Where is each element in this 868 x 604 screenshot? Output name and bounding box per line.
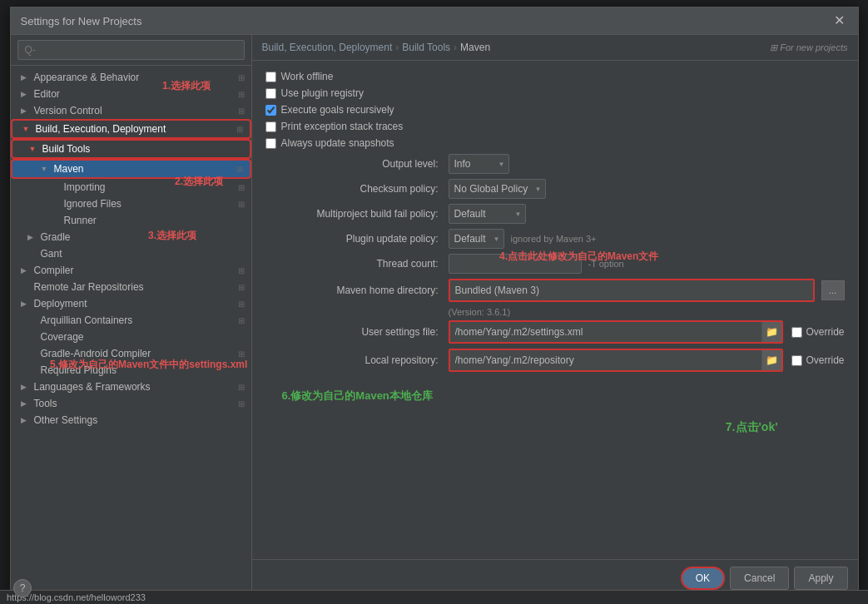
- output-level-select[interactable]: Info Debug Quiet Verbose: [449, 154, 509, 174]
- sidebar-item-appearance[interactable]: ▶ Appearance & Behavior ⊞: [11, 69, 251, 86]
- sidebar-item-ignored-files[interactable]: Ignored Files ⊞: [11, 196, 251, 212]
- multiproject-policy-label: Multiproject build fail policy:: [265, 208, 449, 220]
- settings-icon: ⊞: [238, 300, 245, 309]
- help-button[interactable]: ?: [13, 579, 32, 597]
- maven-home-browse-button[interactable]: ...: [821, 280, 845, 300]
- local-repository-override-checkbox[interactable]: [791, 355, 802, 366]
- sidebar-item-label: Ignored Files: [64, 198, 238, 210]
- sidebar-item-gradle[interactable]: ▶ Gradle: [11, 229, 251, 245]
- user-settings-input[interactable]: [450, 322, 762, 342]
- sidebar-item-label: Version Control: [34, 105, 238, 116]
- left-panel: ▶ Appearance & Behavior ⊞ ▶ Editor ⊞ ▶ V…: [11, 35, 252, 597]
- local-repository-input[interactable]: [450, 350, 762, 370]
- sidebar-item-importing[interactable]: Importing ⊞: [11, 179, 251, 196]
- sidebar-item-arquillian[interactable]: Arquillian Containers ⊞: [11, 312, 251, 329]
- user-settings-override-label: Override: [806, 326, 844, 338]
- expand-arrow: ▶: [21, 90, 32, 98]
- url-bar: https://blog.csdn.net/helloword233: [0, 590, 868, 604]
- checksum-policy-row: Checksum policy: No Global Policy Strict…: [265, 179, 845, 199]
- settings-icon: ⊞: [238, 106, 245, 116]
- sidebar-item-label: Build, Execution, Deployment: [36, 123, 236, 135]
- sidebar-item-remote-jar[interactable]: Remote Jar Repositories ⊞: [11, 279, 251, 295]
- expand-arrow: ▶: [21, 300, 32, 308]
- sidebar-item-compiler[interactable]: ▶ Compiler ⊞: [11, 262, 251, 279]
- sidebar-item-coverage[interactable]: Coverage: [11, 329, 251, 345]
- thread-count-control: -T option: [449, 254, 845, 274]
- sidebar-item-label: Remote Jar Repositories: [34, 281, 238, 293]
- annotation-step7: 7.点击'ok': [282, 420, 845, 435]
- settings-icon: ⊞: [238, 399, 245, 408]
- settings-icon: ⊞: [238, 90, 245, 99]
- sidebar-item-label: Compiler: [34, 265, 238, 276]
- breadcrumb-part2: Build Tools: [402, 42, 450, 53]
- ok-button[interactable]: OK: [681, 567, 725, 590]
- execute-goals-checkbox[interactable]: [265, 105, 276, 116]
- apply-button[interactable]: Apply: [794, 567, 847, 590]
- sidebar-item-required-plugins[interactable]: Required Plugins: [11, 362, 251, 379]
- plugin-update-policy-label: Plugin update policy:: [265, 233, 449, 245]
- sidebar-item-build-tools[interactable]: ▼ Build Tools: [11, 139, 251, 159]
- multiproject-policy-select[interactable]: Default Never AtEnd Immediately: [449, 204, 526, 224]
- settings-icon: ⊞: [238, 349, 245, 359]
- sidebar-item-deployment[interactable]: ▶ Deployment ⊞: [11, 295, 251, 312]
- sidebar-item-build-execution[interactable]: ▼ Build, Execution, Deployment ⊞: [11, 119, 251, 139]
- sidebar-item-gant[interactable]: Gant: [11, 245, 251, 262]
- sidebar-item-label: Arquillian Containers: [41, 314, 238, 326]
- sidebar-item-languages[interactable]: ▶ Languages & Frameworks ⊞: [11, 379, 251, 395]
- settings-icon: ⊞: [238, 316, 245, 325]
- breadcrumb: Build, Execution, Deployment › Build Too…: [252, 35, 858, 61]
- local-repository-row: Local repository: 📁 Override: [265, 349, 845, 372]
- user-settings-browse-button[interactable]: 📁: [761, 322, 781, 342]
- user-settings-override-checkbox[interactable]: [791, 327, 802, 338]
- work-offline-label: Work offline: [281, 71, 334, 82]
- always-update-label: Always update snapshots: [281, 137, 394, 149]
- right-panel: Build, Execution, Deployment › Build Too…: [252, 35, 858, 597]
- expand-arrow: ▶: [21, 266, 32, 275]
- expand-arrow: ▶: [27, 233, 39, 241]
- checkbox-execute-goals: Execute goals recursively: [265, 104, 845, 116]
- sidebar-item-editor[interactable]: ▶ Editor ⊞: [11, 86, 251, 102]
- search-input[interactable]: [17, 40, 245, 60]
- sidebar-item-runner[interactable]: Runner: [11, 212, 251, 229]
- print-exception-checkbox[interactable]: [265, 121, 276, 132]
- sidebar-item-maven[interactable]: ▼ Maven ⊞: [11, 159, 251, 179]
- cancel-button[interactable]: Cancel: [730, 567, 789, 590]
- sidebar-item-gradle-android[interactable]: Gradle-Android Compiler ⊞: [11, 345, 251, 362]
- sidebar-item-other-settings[interactable]: ▶ Other Settings: [11, 412, 251, 428]
- breadcrumb-part1: Build, Execution, Deployment: [262, 42, 393, 53]
- sidebar-item-version-control[interactable]: ▶ Version Control ⊞: [11, 102, 251, 119]
- breadcrumb-tag: ⊞ For new projects: [770, 42, 847, 53]
- local-repository-browse-button[interactable]: 📁: [761, 350, 781, 370]
- plugin-update-policy-select-wrapper: Default Always Never: [449, 229, 504, 249]
- plugin-update-policy-select[interactable]: Default Always Never: [449, 229, 504, 249]
- sidebar-item-label: Gradle: [41, 231, 245, 243]
- user-settings-label: User settings file:: [265, 326, 449, 338]
- maven-home-control: Bundled (Maven 3) ...: [449, 279, 845, 302]
- use-plugin-registry-checkbox[interactable]: [265, 88, 276, 99]
- dialog-body: ▶ Appearance & Behavior ⊞ ▶ Editor ⊞ ▶ V…: [11, 35, 858, 597]
- sidebar-item-label: Maven: [54, 163, 236, 175]
- breadcrumb-part3: Maven: [460, 42, 490, 53]
- output-level-row: Output level: Info Debug Quiet Verbose: [265, 154, 845, 174]
- multiproject-policy-row: Multiproject build fail policy: Default …: [265, 204, 845, 224]
- always-update-checkbox[interactable]: [265, 138, 276, 149]
- settings-icon: ⊞: [238, 266, 245, 275]
- close-button[interactable]: ✕: [831, 14, 848, 27]
- sidebar-item-tools[interactable]: ▶ Tools ⊞: [11, 395, 251, 412]
- print-exception-label: Print exception stack traces: [281, 121, 404, 132]
- execute-goals-label: Execute goals recursively: [281, 104, 394, 116]
- multiproject-policy-control: Default Never AtEnd Immediately: [449, 204, 845, 224]
- work-offline-checkbox[interactable]: [265, 72, 276, 82]
- checksum-policy-label: Checksum policy:: [265, 183, 449, 195]
- checksum-policy-select[interactable]: No Global Policy Strict Warn: [449, 179, 546, 199]
- thread-count-input[interactable]: [449, 254, 582, 274]
- settings-icon: ⊞: [236, 125, 243, 134]
- thread-count-row: Thread count: -T option: [265, 254, 845, 274]
- expand-arrow: ▶: [21, 106, 32, 115]
- sidebar-item-label: Importing: [64, 181, 238, 193]
- sidebar-item-label: Languages & Frameworks: [34, 381, 238, 393]
- local-repository-override-label: Override: [806, 354, 844, 366]
- sidebar-item-label: Gradle-Android Compiler: [41, 348, 238, 359]
- plugin-update-policy-row: Plugin update policy: Default Always Nev…: [265, 229, 845, 249]
- expand-arrow: ▼: [22, 125, 34, 133]
